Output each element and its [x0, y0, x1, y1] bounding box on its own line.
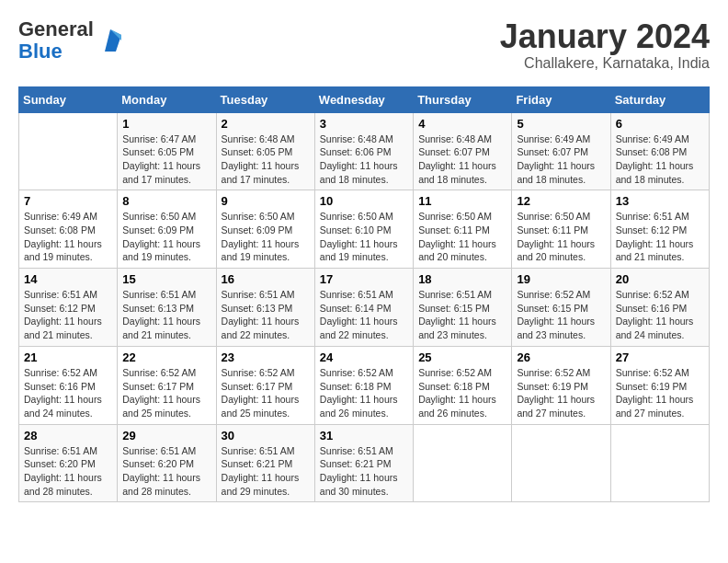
day-number: 4	[418, 117, 506, 131]
day-number: 19	[517, 272, 605, 286]
day-info: Sunrise: 6:51 AM Sunset: 6:21 PM Dayligh…	[320, 444, 408, 499]
calendar-cell	[610, 424, 709, 502]
calendar-cell: 10Sunrise: 6:50 AM Sunset: 6:10 PM Dayli…	[314, 190, 413, 269]
calendar-cell: 16Sunrise: 6:51 AM Sunset: 6:13 PM Dayli…	[216, 269, 314, 347]
calendar-cell: 18Sunrise: 6:51 AM Sunset: 6:15 PM Dayli…	[414, 269, 512, 347]
calendar-cell: 26Sunrise: 6:52 AM Sunset: 6:19 PM Dayli…	[512, 346, 610, 424]
calendar-cell: 29Sunrise: 6:51 AM Sunset: 6:20 PM Dayli…	[118, 424, 216, 502]
day-info: Sunrise: 6:51 AM Sunset: 6:14 PM Dayligh…	[320, 288, 408, 342]
day-number: 20	[616, 272, 704, 286]
calendar-cell	[512, 424, 610, 502]
weekday-header: Tuesday	[216, 86, 314, 112]
calendar-cell: 1Sunrise: 6:47 AM Sunset: 6:05 PM Daylig…	[118, 112, 216, 190]
day-number: 2	[222, 117, 310, 131]
day-number: 8	[122, 194, 210, 208]
weekday-header: Saturday	[610, 86, 709, 112]
day-info: Sunrise: 6:51 AM Sunset: 6:15 PM Dayligh…	[418, 288, 506, 342]
calendar-week-row: 21Sunrise: 6:52 AM Sunset: 6:16 PM Dayli…	[19, 346, 710, 424]
calendar-cell: 14Sunrise: 6:51 AM Sunset: 6:12 PM Dayli…	[19, 269, 118, 347]
day-number: 18	[418, 272, 506, 286]
calendar-cell: 2Sunrise: 6:48 AM Sunset: 6:05 PM Daylig…	[216, 112, 314, 190]
day-info: Sunrise: 6:49 AM Sunset: 6:07 PM Dayligh…	[517, 132, 605, 187]
calendar-cell: 17Sunrise: 6:51 AM Sunset: 6:14 PM Dayli…	[314, 269, 413, 347]
day-number: 6	[616, 117, 704, 131]
day-info: Sunrise: 6:51 AM Sunset: 6:21 PM Dayligh…	[222, 444, 310, 499]
day-info: Sunrise: 6:50 AM Sunset: 6:09 PM Dayligh…	[122, 210, 210, 264]
day-info: Sunrise: 6:51 AM Sunset: 6:20 PM Dayligh…	[24, 444, 112, 499]
page-subtitle: Challakere, Karnataka, India	[500, 55, 710, 72]
calendar-cell: 12Sunrise: 6:50 AM Sunset: 6:11 PM Dayli…	[512, 190, 610, 269]
calendar-cell: 6Sunrise: 6:49 AM Sunset: 6:08 PM Daylig…	[610, 112, 709, 190]
weekday-header: Wednesday	[314, 86, 413, 112]
day-info: Sunrise: 6:48 AM Sunset: 6:06 PM Dayligh…	[320, 132, 408, 187]
day-info: Sunrise: 6:51 AM Sunset: 6:13 PM Dayligh…	[222, 288, 310, 342]
day-info: Sunrise: 6:51 AM Sunset: 6:20 PM Dayligh…	[122, 444, 210, 499]
day-number: 24	[320, 350, 408, 364]
day-number: 15	[122, 272, 210, 286]
weekday-header: Friday	[512, 86, 610, 112]
logo-blue: Blue	[18, 40, 63, 63]
day-number: 9	[222, 194, 310, 208]
day-number: 27	[616, 350, 704, 364]
calendar-header-row: SundayMondayTuesdayWednesdayThursdayFrid…	[19, 86, 710, 112]
calendar-cell: 30Sunrise: 6:51 AM Sunset: 6:21 PM Dayli…	[216, 424, 314, 502]
day-info: Sunrise: 6:52 AM Sunset: 6:18 PM Dayligh…	[418, 366, 506, 420]
day-number: 22	[122, 350, 210, 364]
day-info: Sunrise: 6:48 AM Sunset: 6:07 PM Dayligh…	[418, 132, 506, 187]
calendar-week-row: 1Sunrise: 6:47 AM Sunset: 6:05 PM Daylig…	[19, 112, 710, 190]
day-number: 3	[320, 117, 408, 131]
calendar-cell: 22Sunrise: 6:52 AM Sunset: 6:17 PM Dayli…	[118, 346, 216, 424]
calendar-cell: 8Sunrise: 6:50 AM Sunset: 6:09 PM Daylig…	[118, 190, 216, 269]
day-number: 30	[222, 429, 310, 442]
day-number: 31	[320, 429, 408, 442]
calendar-cell: 15Sunrise: 6:51 AM Sunset: 6:13 PM Dayli…	[118, 269, 216, 347]
calendar-cell: 28Sunrise: 6:51 AM Sunset: 6:20 PM Dayli…	[19, 424, 118, 502]
day-number: 10	[320, 194, 408, 208]
day-info: Sunrise: 6:51 AM Sunset: 6:12 PM Dayligh…	[24, 288, 112, 342]
day-number: 7	[24, 194, 112, 208]
calendar-cell: 4Sunrise: 6:48 AM Sunset: 6:07 PM Daylig…	[414, 112, 512, 190]
day-number: 14	[24, 272, 112, 286]
day-number: 26	[517, 350, 605, 364]
logo-general: General	[18, 17, 94, 40]
calendar-cell: 27Sunrise: 6:52 AM Sunset: 6:19 PM Dayli…	[610, 346, 709, 424]
calendar-cell: 31Sunrise: 6:51 AM Sunset: 6:21 PM Dayli…	[314, 424, 413, 502]
day-number: 13	[616, 194, 704, 208]
weekday-header: Sunday	[19, 86, 118, 112]
logo: General Blue	[18, 18, 125, 63]
calendar-cell: 13Sunrise: 6:51 AM Sunset: 6:12 PM Dayli…	[610, 190, 709, 269]
day-info: Sunrise: 6:48 AM Sunset: 6:05 PM Dayligh…	[222, 132, 310, 187]
day-number: 16	[222, 272, 310, 286]
day-info: Sunrise: 6:51 AM Sunset: 6:13 PM Dayligh…	[122, 288, 210, 342]
day-info: Sunrise: 6:52 AM Sunset: 6:17 PM Dayligh…	[222, 366, 310, 420]
day-info: Sunrise: 6:52 AM Sunset: 6:16 PM Dayligh…	[616, 288, 704, 342]
calendar-week-row: 7Sunrise: 6:49 AM Sunset: 6:08 PM Daylig…	[19, 190, 710, 269]
day-info: Sunrise: 6:49 AM Sunset: 6:08 PM Dayligh…	[616, 132, 704, 187]
calendar-week-row: 14Sunrise: 6:51 AM Sunset: 6:12 PM Dayli…	[19, 269, 710, 347]
day-info: Sunrise: 6:50 AM Sunset: 6:11 PM Dayligh…	[517, 210, 605, 264]
day-info: Sunrise: 6:49 AM Sunset: 6:08 PM Dayligh…	[24, 210, 112, 264]
day-number: 28	[24, 429, 112, 442]
calendar-cell: 19Sunrise: 6:52 AM Sunset: 6:15 PM Dayli…	[512, 269, 610, 347]
day-info: Sunrise: 6:51 AM Sunset: 6:12 PM Dayligh…	[616, 210, 704, 264]
calendar-cell: 3Sunrise: 6:48 AM Sunset: 6:06 PM Daylig…	[314, 112, 413, 190]
calendar-cell	[19, 112, 118, 190]
day-info: Sunrise: 6:52 AM Sunset: 6:16 PM Dayligh…	[24, 366, 112, 420]
day-number: 25	[418, 350, 506, 364]
calendar-cell: 5Sunrise: 6:49 AM Sunset: 6:07 PM Daylig…	[512, 112, 610, 190]
calendar-cell: 24Sunrise: 6:52 AM Sunset: 6:18 PM Dayli…	[314, 346, 413, 424]
day-number: 12	[517, 194, 605, 208]
day-info: Sunrise: 6:52 AM Sunset: 6:15 PM Dayligh…	[517, 288, 605, 342]
day-number: 29	[122, 429, 210, 442]
calendar-week-row: 28Sunrise: 6:51 AM Sunset: 6:20 PM Dayli…	[19, 424, 710, 502]
logo-text: General Blue	[18, 18, 94, 63]
svg-marker-0	[105, 29, 121, 52]
day-info: Sunrise: 6:52 AM Sunset: 6:19 PM Dayligh…	[517, 366, 605, 420]
calendar-cell: 9Sunrise: 6:50 AM Sunset: 6:09 PM Daylig…	[216, 190, 314, 269]
calendar-cell: 25Sunrise: 6:52 AM Sunset: 6:18 PM Dayli…	[414, 346, 512, 424]
day-number: 11	[418, 194, 506, 208]
page-header: General Blue January 2024 Challakere, Ka…	[18, 18, 710, 72]
day-info: Sunrise: 6:47 AM Sunset: 6:05 PM Dayligh…	[122, 132, 210, 187]
day-info: Sunrise: 6:52 AM Sunset: 6:19 PM Dayligh…	[616, 366, 704, 420]
day-info: Sunrise: 6:50 AM Sunset: 6:09 PM Dayligh…	[222, 210, 310, 264]
